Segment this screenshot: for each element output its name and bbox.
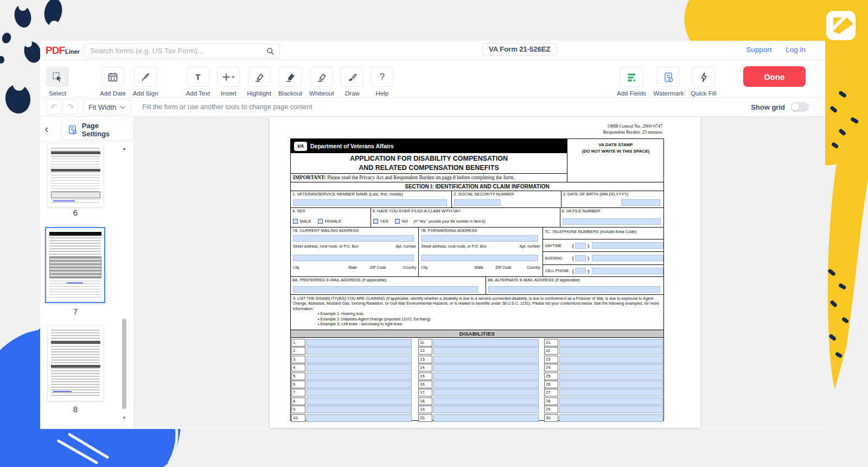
evening-phone-input[interactable]: [592, 255, 663, 261]
search-bar[interactable]: [84, 43, 280, 58]
disability-input[interactable]: [559, 381, 663, 388]
disability-input[interactable]: [559, 414, 663, 422]
search-input[interactable]: [90, 44, 264, 58]
undo-button[interactable]: ↶: [46, 99, 61, 115]
va-file-number-input[interactable]: [563, 218, 661, 225]
ssn-input[interactable]: [454, 199, 501, 206]
disability-input[interactable]: [307, 381, 412, 388]
cell-phone-input[interactable]: [592, 268, 663, 274]
scroll-up-arrow[interactable]: ▲: [120, 146, 128, 153]
disability-input[interactable]: [307, 389, 412, 396]
help-button[interactable]: ? Help: [371, 67, 393, 97]
preferred-email-input[interactable]: [293, 286, 478, 293]
redo-button[interactable]: ↷: [63, 99, 78, 115]
daytime-area-code-input[interactable]: [575, 243, 586, 249]
disability-input[interactable]: [307, 364, 412, 371]
disability-input[interactable]: [307, 406, 412, 413]
disability-input[interactable]: [433, 364, 539, 371]
support-link[interactable]: Support: [746, 46, 771, 54]
disability-input[interactable]: [433, 414, 539, 422]
editor-hint-text: Fill the form or use another tools to ch…: [142, 103, 312, 111]
add-sign-button[interactable]: Add Sign: [133, 67, 158, 97]
disability-input[interactable]: [307, 339, 412, 346]
draw-button[interactable]: Draw: [341, 67, 363, 97]
mailing-street-input[interactable]: [293, 235, 414, 242]
disability-input[interactable]: [307, 356, 412, 363]
pdfliner-logo[interactable]: PDFLiner: [46, 45, 80, 56]
disability-input[interactable]: [559, 364, 663, 371]
insert-button[interactable]: Insert: [217, 67, 240, 97]
disability-input[interactable]: [433, 406, 539, 413]
select-tool-button[interactable]: Select: [46, 67, 69, 97]
disability-input[interactable]: [433, 373, 539, 380]
disability-input[interactable]: [433, 397, 539, 405]
veteran-name-input[interactable]: [293, 199, 447, 206]
sidebar-header: ‹ Page Settings: [40, 117, 133, 142]
disability-row: 6.16.26.: [291, 381, 663, 388]
scrollbar-thumb[interactable]: [122, 319, 126, 409]
evening-area-code-input[interactable]: [575, 255, 586, 261]
add-text-button[interactable]: T Add Text: [186, 67, 210, 97]
disability-input[interactable]: [559, 339, 663, 346]
female-checkbox[interactable]: [318, 219, 323, 224]
blackout-label: Blackout: [278, 90, 302, 97]
disability-input[interactable]: [559, 347, 663, 355]
add-date-button[interactable]: Add Date: [100, 67, 126, 97]
show-grid-toggle[interactable]: [790, 102, 809, 112]
mailing-city-input[interactable]: [293, 255, 414, 261]
evening-phone-row: EVENING ( ): [543, 251, 663, 264]
sidebar-scrollbar[interactable]: ▲ ▼: [120, 144, 128, 424]
zoom-mode-dropdown[interactable]: Fit Width: [83, 99, 131, 115]
page-settings-label: Page Settings: [82, 122, 128, 138]
disability-input[interactable]: [307, 414, 412, 422]
dob-input[interactable]: [621, 199, 660, 206]
disabilities-table: 1.11.21.2.12.22.3.13.23.4.14.24.5.15.25.…: [291, 338, 663, 422]
disability-input[interactable]: [559, 373, 663, 380]
disability-input[interactable]: [433, 381, 539, 388]
page-settings-button[interactable]: Page Settings: [62, 120, 133, 140]
no-checkbox[interactable]: [395, 219, 400, 224]
page-thumbnail-6[interactable]: [48, 144, 103, 207]
login-link[interactable]: Log in: [786, 46, 806, 54]
disability-input[interactable]: [559, 397, 663, 405]
male-checkbox[interactable]: [293, 219, 298, 224]
field-4-label: 4. SEX: [292, 209, 369, 214]
cell-area-code-input[interactable]: [575, 268, 586, 274]
yes-checkbox[interactable]: [373, 219, 378, 224]
male-label: MALE: [300, 219, 311, 224]
disability-input[interactable]: [559, 389, 663, 396]
disability-input[interactable]: [559, 356, 663, 363]
form-title-badge: VA Form 21-526EZ: [482, 43, 557, 56]
highlight-button[interactable]: Highlight: [247, 67, 271, 97]
whiteout-button[interactable]: Whiteout: [309, 67, 334, 97]
add-fields-button[interactable]: Add Fields: [617, 67, 646, 97]
watermark-button[interactable]: Watermark: [653, 67, 684, 97]
disability-input[interactable]: [307, 373, 412, 380]
collapse-sidebar-button[interactable]: ‹: [41, 123, 52, 136]
disability-input[interactable]: [433, 389, 539, 396]
disability-input[interactable]: [307, 397, 412, 405]
forwarding-street-input[interactable]: [421, 235, 538, 242]
highlighter-icon: [253, 71, 265, 83]
disability-number: 11.: [418, 339, 432, 346]
disability-input[interactable]: [433, 347, 539, 355]
disability-input[interactable]: [559, 406, 663, 413]
page-thumbnail-7-selected[interactable]: [45, 227, 105, 303]
daytime-phone-input[interactable]: [592, 242, 663, 249]
document-canvas: OMB Control No. 2900-0747Respondent Burd…: [134, 117, 825, 428]
blackout-button[interactable]: Blackout: [278, 67, 302, 97]
quick-fill-button[interactable]: Quick Fill: [691, 67, 716, 97]
page-thumbnail-8[interactable]: [48, 326, 103, 401]
done-button[interactable]: Done: [743, 66, 806, 87]
scroll-down-arrow[interactable]: ▼: [120, 415, 128, 422]
disability-number: 13.: [418, 356, 432, 363]
evening-label: EVENING: [545, 256, 572, 260]
disability-input[interactable]: [433, 356, 539, 363]
disabilities-header: DISABILITIES: [291, 330, 663, 338]
alternate-email-input[interactable]: [488, 286, 660, 293]
lightning-icon: [698, 71, 710, 83]
forwarding-city-input[interactable]: [421, 255, 538, 261]
va-date-stamp-box: VA DATE STAMP(DO NOT WRITE IN THIS SPACE…: [567, 139, 664, 182]
disability-input[interactable]: [433, 339, 539, 346]
disability-input[interactable]: [307, 347, 412, 355]
